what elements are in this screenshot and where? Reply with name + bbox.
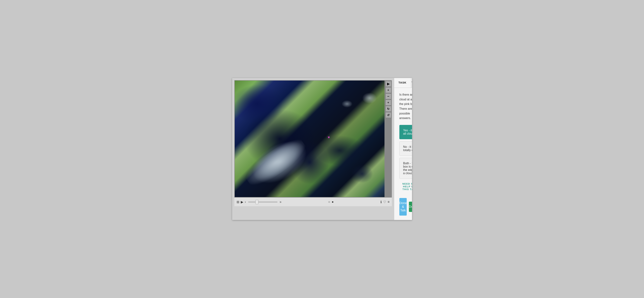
zoom-out-button[interactable]: −	[386, 93, 391, 99]
answer-both-button[interactable]: Both - the box is over the edge of a clo…	[399, 158, 412, 179]
answer-yes-button[interactable]: Yes - it is all cloudy	[399, 125, 412, 139]
done-button[interactable]: Done	[409, 202, 412, 212]
next-frame-icon[interactable]: ›	[245, 200, 246, 204]
circle-icon[interactable]: ○	[328, 200, 330, 204]
main-container: ✦ ▶ + − + ↻ ↺ ⊞ ▶ › » ○ ● ℹ	[232, 78, 412, 220]
info-icon[interactable]: ℹ	[380, 200, 382, 204]
answer-no-button[interactable]: No - it is all totally clear	[399, 142, 412, 156]
timeline-slider[interactable]	[248, 201, 278, 203]
action-buttons: Done & Talk Done ⚙	[394, 198, 412, 220]
done-talk-button[interactable]: Done & Talk	[399, 198, 407, 216]
tab-task[interactable]: TASK	[394, 78, 411, 88]
zoom-in-button[interactable]: +	[386, 87, 391, 93]
cursor-tool-button[interactable]: ▶	[386, 81, 391, 87]
heart-icon[interactable]: ♡	[383, 200, 386, 204]
bottom-bar: ⊞ ▶ › » ○ ● ℹ ♡ ≡	[234, 197, 392, 206]
satellite-image: ✦	[234, 80, 385, 197]
list-icon[interactable]: ≡	[388, 200, 390, 204]
grid-icon[interactable]: ⊞	[236, 200, 239, 204]
cloud-streak	[242, 133, 310, 191]
skip-icon[interactable]: »	[280, 200, 282, 204]
question-text: Is there any cloud at all inside the pin…	[399, 92, 412, 121]
right-panel: TASK TUTORIAL Is there any cloud at all …	[394, 78, 412, 220]
tab-tutorial[interactable]: TUTORIAL	[411, 78, 412, 88]
map-marker: ✦	[327, 135, 332, 139]
task-content: Is there any cloud at all inside the pin…	[394, 88, 412, 198]
map-toolbar: ▶ + − + ↻ ↺	[385, 80, 392, 197]
help-link[interactable]: NEED SOME HELP WITH THIS TASK?	[399, 182, 412, 191]
rotate-ccw-button[interactable]: ↺	[386, 112, 391, 118]
left-panel: ✦ ▶ + − + ↻ ↺ ⊞ ▶ › » ○ ● ℹ	[232, 78, 394, 220]
slider-thumb[interactable]	[256, 200, 258, 204]
dot-icon[interactable]: ●	[332, 200, 334, 204]
tab-bar: TASK TUTORIAL	[394, 78, 412, 88]
rotate-cw-button[interactable]: ↻	[386, 106, 391, 112]
image-area: ✦ ▶ + − + ↻ ↺	[234, 80, 392, 197]
play-icon[interactable]: ▶	[241, 200, 243, 204]
magnify-button[interactable]: +	[386, 100, 391, 106]
